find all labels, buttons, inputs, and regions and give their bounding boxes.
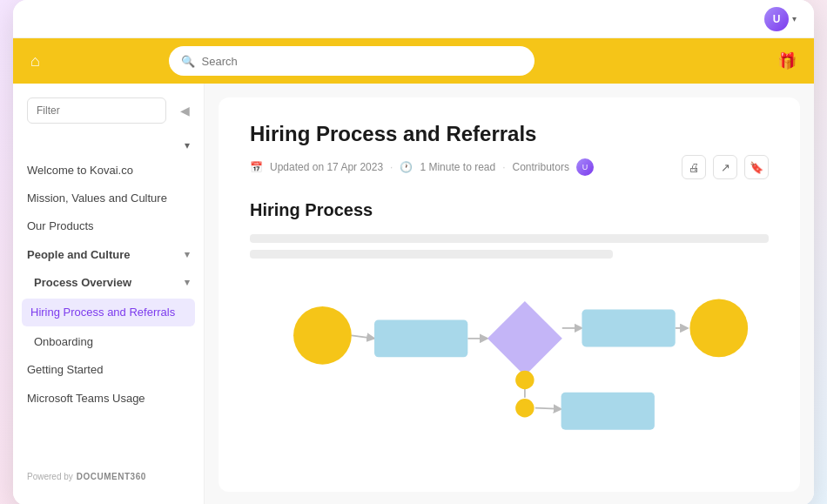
- section-title: Hiring Process: [250, 200, 769, 220]
- svg-line-0: [352, 335, 374, 339]
- filter-section: ◀: [13, 97, 204, 134]
- search-icon: 🔍: [181, 55, 195, 68]
- sidebar-item-getting-started[interactable]: Getting Started: [13, 356, 204, 384]
- contributor-avatar: U: [576, 158, 594, 176]
- collapse-sidebar-icon[interactable]: ◀: [180, 104, 190, 118]
- sidebar-footer: Powered by DOCUMENT360: [13, 461, 204, 492]
- sidebar: ◀ ▾ Welcome to Kovai.co Mission, Values …: [13, 84, 205, 504]
- content-line-2: [250, 250, 613, 259]
- people-culture-arrow-icon: ▾: [185, 248, 190, 261]
- sidebar-item-welcome[interactable]: Welcome to Kovai.co: [13, 157, 204, 185]
- flowchart-rect-1: [374, 319, 467, 357]
- sidebar-item-people-culture[interactable]: People and Culture ▾: [13, 241, 204, 269]
- flowchart: [250, 276, 769, 467]
- flowchart-start-circle: [293, 306, 352, 365]
- gift-icon[interactable]: 🎁: [777, 51, 797, 71]
- clock-icon: 🕐: [400, 161, 413, 173]
- print-button[interactable]: 🖨: [682, 155, 706, 179]
- content-line-1: [250, 234, 769, 243]
- main-content: ◀ ▾ Welcome to Kovai.co Mission, Values …: [13, 84, 814, 504]
- sidebar-item-mission[interactable]: Mission, Values and Culture: [13, 185, 204, 212]
- sidebar-item-onboarding[interactable]: Onboarding: [13, 328, 204, 356]
- top-bar: U ▾: [13, 0, 814, 38]
- dropdown-arrow-icon: ▾: [185, 139, 190, 151]
- article-actions: 🖨 ↗ 🔖: [682, 155, 769, 179]
- sidebar-item-hiring-process[interactable]: Hiring Process and Referrals: [22, 299, 195, 326]
- browser-window: U ▾ ⌂ 🔍 🎁 ◀ ▾ Welcome to Kovai.co: [13, 0, 814, 504]
- process-overview-arrow-icon: ▾: [185, 276, 190, 289]
- doc360-brand: DOCUMENT360: [77, 472, 146, 481]
- flowchart-diamond: [487, 301, 562, 376]
- sidebar-item-process-overview[interactable]: Process Overview ▾: [13, 269, 204, 297]
- search-input[interactable]: [202, 55, 522, 68]
- avatar-section[interactable]: U ▾: [764, 7, 797, 31]
- avatar: U: [764, 7, 789, 31]
- flowchart-end-circle: [689, 299, 748, 358]
- sidebar-item-ms-teams[interactable]: Microsoft Teams Usage: [13, 385, 204, 413]
- sidebar-dropdown[interactable]: ▾: [13, 134, 204, 157]
- flowchart-dot-1: [515, 371, 534, 389]
- share-button[interactable]: ↗: [713, 155, 737, 179]
- flowchart-rect-2: [582, 309, 675, 346]
- nav-bar: ⌂ 🔍 🎁: [13, 38, 814, 84]
- chevron-down-icon: ▾: [792, 14, 797, 24]
- flowchart-rect-3: [561, 393, 655, 430]
- calendar-icon: 📅: [250, 161, 263, 173]
- filter-input[interactable]: [27, 97, 166, 124]
- article-area: Hiring Process and Referrals 📅 Updated o…: [219, 97, 800, 492]
- article-meta: 📅 Updated on 17 Apr 2023 · 🕐 1 Minute to…: [250, 155, 769, 179]
- content-placeholder: [250, 234, 769, 259]
- article-title: Hiring Process and Referrals: [250, 122, 769, 146]
- sidebar-item-products[interactable]: Our Products: [13, 212, 204, 240]
- search-bar[interactable]: 🔍: [169, 46, 535, 76]
- home-icon[interactable]: ⌂: [30, 52, 40, 71]
- svg-line-6: [535, 408, 561, 409]
- flowchart-dot-2: [515, 399, 534, 417]
- sidebar-nav: Welcome to Kovai.co Mission, Values and …: [13, 157, 204, 461]
- bookmark-button[interactable]: 🔖: [744, 155, 769, 179]
